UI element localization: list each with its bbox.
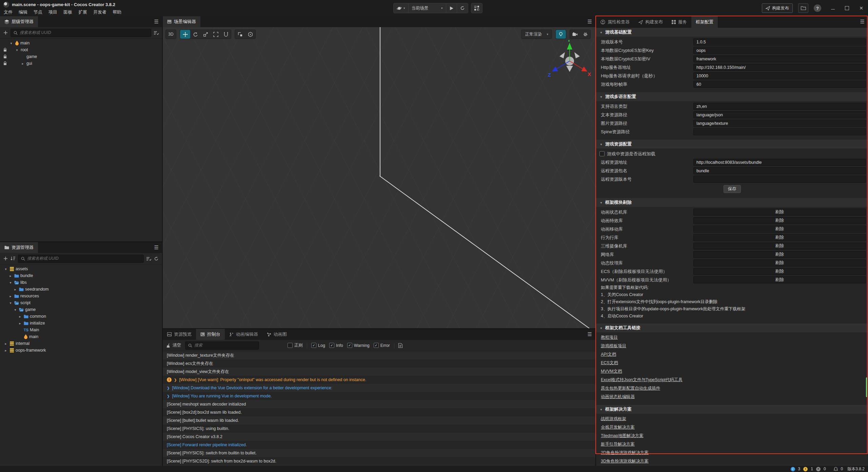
field-input[interactable] (693, 176, 866, 183)
remove-module-button[interactable]: 剔除 (693, 217, 866, 224)
field-input[interactable] (693, 128, 866, 135)
console-log-row[interactable]: ❯[Window] Download the Vue Devtools exte… (163, 384, 595, 392)
chevron-collapsed-icon[interactable]: ▸ (18, 315, 22, 318)
hierarchy-node-game[interactable]: game (0, 53, 162, 60)
expand-chevron-icon[interactable]: ❯ (167, 394, 170, 398)
filter-error-checkbox[interactable]: ✓Error (374, 343, 390, 348)
doc-link[interactable]: 原生包热更新配置自动生成插件 (596, 384, 868, 393)
asset-node-assets[interactable]: ▾assets (0, 266, 162, 272)
remove-module-button[interactable]: 剔除 (693, 268, 866, 275)
doc-link[interactable]: 教程项目 (596, 333, 868, 342)
doc-link[interactable]: ECS文档 (596, 359, 868, 367)
menu-panel[interactable]: 面板 (60, 8, 75, 16)
section-header[interactable]: ▾游戏资源配置 (596, 140, 868, 149)
chevron-collapsed-icon[interactable]: ▸ (20, 62, 25, 65)
menu-extension[interactable]: 扩展 (75, 8, 90, 16)
tab-asset-preview[interactable]: 资源预览 (163, 329, 196, 340)
asset-node-script[interactable]: ▾script (0, 299, 162, 306)
doc-link[interactable]: 3D角色扮演游戏解决方案 (596, 457, 868, 466)
scene-select-dropdown[interactable]: 当前场景 ▾ (409, 3, 446, 13)
maximize-button[interactable] (844, 5, 850, 11)
field-input[interactable]: 10000 (693, 72, 866, 79)
field-input[interactable]: language/texture (693, 120, 866, 127)
console-log-row[interactable]: [Scene] [box2d]:box2d wasm lib loaded. (163, 408, 595, 416)
field-input[interactable]: framework (693, 55, 866, 62)
rotate-tool-button[interactable] (190, 30, 200, 39)
scale-tool-button[interactable] (200, 30, 211, 39)
field-input[interactable]: bundle (693, 167, 866, 174)
filter-info-checkbox[interactable]: ✓Info (329, 343, 343, 348)
console-log-row[interactable]: [Scene] Cocos Creator v3.8.2 (163, 433, 595, 441)
info-badge-icon[interactable]: i (791, 467, 795, 471)
remove-module-button[interactable]: 剔除 (693, 225, 866, 233)
chevron-collapsed-icon[interactable]: ▸ (8, 294, 13, 298)
tab-assets[interactable]: 资源管理器 (0, 242, 38, 253)
asset-node-Main[interactable]: TSMain (0, 327, 162, 333)
assets-search-input[interactable]: 搜索名称或 UUID (18, 255, 144, 263)
open-project-folder-button[interactable] (798, 3, 808, 13)
field-input[interactable]: language/json (693, 111, 866, 118)
console-log-row[interactable]: [Scene] [PHYSICS2D]: switch from box2d-w… (163, 457, 595, 465)
asset-node-oops-framework[interactable]: ▸oops-framework (0, 347, 162, 354)
field-input[interactable]: 1.0.5 (693, 38, 866, 45)
section-header[interactable]: ▾游戏基础配置 (596, 28, 868, 37)
render-mode-dropdown[interactable]: 正常渲染 ▾ (521, 29, 552, 39)
hierarchy-node-root[interactable]: ▾root (0, 46, 162, 53)
menu-developer[interactable]: 开发者 (90, 8, 110, 16)
tab-console[interactable]: 控制台 (196, 329, 225, 340)
remove-module-button[interactable]: 剔除 (693, 276, 866, 283)
doc-link[interactable]: 游戏模板项目 (596, 342, 868, 350)
console-log-row[interactable]: [Window] model_view文件夹存在 (163, 368, 595, 376)
expand-chevron-icon[interactable]: ❯ (167, 386, 170, 390)
section-header[interactable]: ▾框架解决方案 (596, 405, 868, 414)
menu-node[interactable]: 节点 (31, 8, 45, 16)
error-badge-icon[interactable]: ✕ (816, 467, 821, 471)
hierarchy-node-main[interactable]: ▾main (0, 40, 162, 46)
console-log-row[interactable]: [Scene] meshopt wasm decoder initialized (163, 400, 595, 408)
chevron-expanded-icon[interactable]: ▾ (13, 308, 18, 312)
tab-services[interactable]: 服务 (667, 16, 691, 28)
remove-module-button[interactable]: 剔除 (693, 251, 866, 258)
asset-node-game[interactable]: ▾game (0, 306, 162, 313)
menu-edit[interactable]: 编辑 (16, 8, 31, 16)
hierarchy-menu-icon[interactable]: ☰ (154, 16, 159, 27)
preview-qrcode-button[interactable] (471, 3, 482, 13)
chevron-expanded-icon[interactable]: ▾ (8, 301, 13, 305)
chevron-collapsed-icon[interactable]: ▸ (3, 342, 8, 346)
remove-module-button[interactable]: 剔除 (693, 259, 866, 267)
axis-gizmo[interactable]: Y X Z (546, 40, 593, 84)
clear-console-button[interactable]: 清空 (166, 342, 181, 348)
chevron-collapsed-icon[interactable]: ▸ (18, 321, 22, 325)
remote-load-checkbox[interactable]: 游戏中资源是否远程加载 (596, 150, 868, 158)
chevron-expanded-icon[interactable]: ▾ (8, 281, 13, 284)
field-input[interactable]: 60 (693, 81, 866, 88)
console-log-row[interactable]: ❯[Window] You are running Vue in develop… (163, 392, 595, 400)
doc-link[interactable]: 动画状态机编辑器 (596, 393, 868, 401)
chevron-expanded-icon[interactable]: ▾ (3, 267, 8, 271)
console-log-row[interactable]: [Window] render_texture文件夹存在 (163, 351, 595, 359)
asset-node-common[interactable]: ▸common (0, 313, 162, 320)
doc-link[interactable]: Excel格式转Json文件与TypeScript代码工具 (596, 376, 868, 384)
menu-help[interactable]: 帮助 (110, 8, 124, 16)
console-search-input[interactable]: 搜索 (185, 341, 259, 350)
bell-icon[interactable] (834, 467, 838, 471)
asset-node-main[interactable]: main (0, 333, 162, 340)
scene-settings-button[interactable] (580, 30, 590, 39)
menu-project[interactable]: 项目 (45, 8, 60, 16)
asset-node-bundle[interactable]: ▸bundle (0, 272, 162, 279)
chevron-expanded-icon[interactable]: ▾ (15, 48, 19, 52)
console-log-row[interactable]: !❯[Window] [Vue warn]: Property "onInput… (163, 376, 595, 384)
mode-3d-toggle[interactable]: 3D (166, 30, 176, 39)
help-button[interactable]: ? (814, 4, 821, 12)
assets-menu-icon[interactable]: ☰ (154, 242, 159, 253)
play-button[interactable] (446, 3, 457, 13)
console-menu-icon[interactable]: ☰ (588, 329, 592, 340)
field-input[interactable]: oops (693, 47, 866, 54)
filter-log-checkbox[interactable]: ✓Log (311, 343, 325, 348)
tab-property-inspector[interactable]: 属性检查器 (596, 16, 634, 28)
doc-link[interactable]: 2D角色扮演游戏解决方案 (596, 449, 868, 457)
inspector-scrollbar-thumb[interactable] (866, 377, 868, 397)
section-header[interactable]: ▾游戏多语言配置 (596, 92, 868, 101)
sort-assets-button[interactable] (11, 256, 15, 261)
hierarchy-search-input[interactable]: 搜索名称或 UUID (11, 29, 151, 37)
